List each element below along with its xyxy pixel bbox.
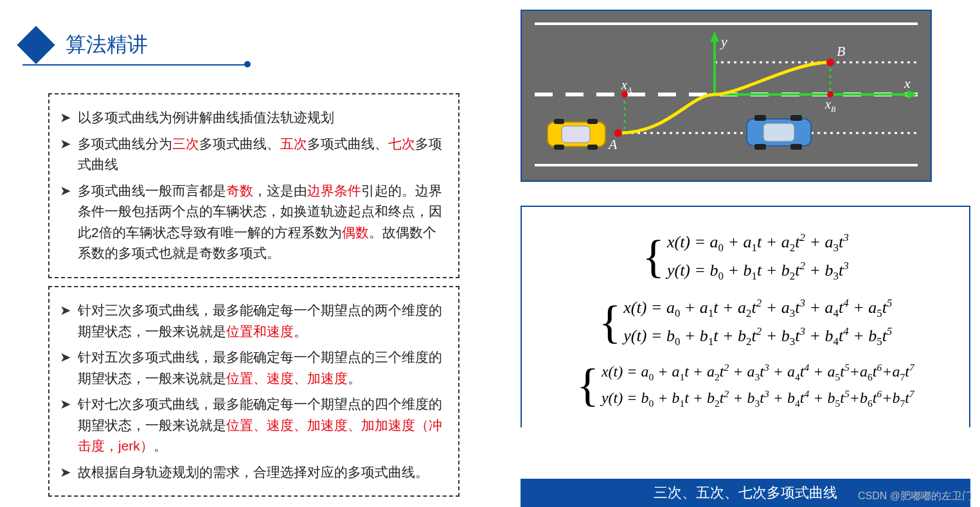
- slide-header: 算法精讲: [22, 31, 148, 59]
- bullet-item: ➤多项式曲线一般而言都是奇数，这是由边界条件引起的。边界条件一般包括两个点的车辆…: [60, 181, 448, 264]
- slide-title: 算法精讲: [66, 31, 148, 59]
- bullet-arrow-icon: ➤: [60, 107, 71, 129]
- title-dot: [244, 61, 251, 67]
- bullet-text: 针对五次多项式曲线，最多能确定每一个期望点的三个维度的期望状态，一般来说就是位置…: [78, 347, 448, 389]
- bullet-arrow-icon: ➤: [60, 462, 71, 483]
- bullet-item: ➤针对三次多项式曲线，最多能确定每一个期望点的两个维度的期望状态，一般来说就是位…: [60, 300, 448, 342]
- bullet-item: ➤针对五次多项式曲线，最多能确定每一个期望点的三个维度的期望状态，一般来说就是位…: [60, 347, 448, 389]
- svg-point-13: [826, 58, 834, 66]
- svg-rect-23: [763, 123, 794, 141]
- bullet-text: 针对七次多项式曲线，最多能确定每一个期望点的四个维度的期望状态，一般来说就是位置…: [78, 394, 448, 457]
- septic-x: x(t) = a0 + a1t + a2t2 + a3t3 + a4t4 + a…: [601, 362, 914, 383]
- equations-panel: { x(t) = a0 + a1t + a2t2 + a3t3 y(t) = b…: [521, 206, 970, 427]
- svg-rect-19: [587, 119, 598, 124]
- bullet-item: ➤以多项式曲线为例讲解曲线插值法轨迹规划: [60, 107, 448, 129]
- content-box-1: ➤以多项式曲线为例讲解曲线插值法轨迹规划➤多项式曲线分为三次多项式曲线、五次多项…: [48, 93, 459, 278]
- bullet-arrow-icon: ➤: [60, 300, 71, 342]
- watermark: CSDN @肥嘟嘟的左卫门: [858, 490, 972, 503]
- svg-rect-25: [790, 115, 802, 121]
- svg-rect-26: [754, 144, 766, 150]
- svg-rect-18: [554, 119, 564, 124]
- label-B: B: [837, 43, 845, 59]
- lane-change-diagram: A B y x xA xB: [521, 10, 932, 182]
- quintic-y: y(t) = b0 + b1t + b2t2 + b3t3 + b4t4 + b…: [623, 325, 892, 348]
- svg-rect-2: [535, 164, 918, 166]
- cubic-x: x(t) = a0 + a1t + a2t2 + a3t3: [667, 231, 849, 254]
- bullet-arrow-icon: ➤: [60, 394, 71, 457]
- svg-rect-24: [754, 115, 766, 121]
- septic-equations: { x(t) = a0 + a1t + a2t2 + a3t3 + a4t4 +…: [528, 359, 963, 412]
- svg-rect-27: [790, 144, 802, 150]
- bullet-text: 多项式曲线一般而言都是奇数，这是由边界条件引起的。边界条件一般包括两个点的车辆状…: [78, 181, 448, 264]
- svg-rect-20: [554, 145, 564, 150]
- bullet-arrow-icon: ➤: [60, 347, 71, 389]
- septic-y: y(t) = b0 + b1t + b2t2 + b3t3 + b4t4 + b…: [601, 388, 914, 409]
- svg-rect-1: [535, 22, 918, 25]
- quintic-x: x(t) = a0 + a1t + a2t2 + a3t3 + a4t4 + a…: [623, 297, 892, 320]
- bullet-text: 以多项式曲线为例讲解曲线插值法轨迹规划: [78, 107, 334, 129]
- label-y: y: [720, 33, 727, 49]
- diamond-icon: [17, 26, 55, 64]
- bullet-text: 故根据自身轨迹规划的需求，合理选择对应的多项式曲线。: [78, 462, 429, 483]
- bullet-item: ➤多项式曲线分为三次多项式曲线、五次多项式曲线、七次多项式曲线: [60, 134, 448, 175]
- bullet-text: 多项式曲线分为三次多项式曲线、五次多项式曲线、七次多项式曲线: [78, 134, 448, 175]
- svg-rect-17: [562, 126, 590, 143]
- bullet-text: 针对三次多项式曲线，最多能确定每一个期望点的两个维度的期望状态，一般来说就是位置…: [78, 300, 448, 342]
- content-box-2: ➤针对三次多项式曲线，最多能确定每一个期望点的两个维度的期望状态，一般来说就是位…: [48, 286, 459, 497]
- label-A: A: [607, 136, 618, 152]
- quintic-equations: { x(t) = a0 + a1t + a2t2 + a3t3 + a4t4 +…: [528, 294, 963, 351]
- bullet-arrow-icon: ➤: [60, 134, 71, 175]
- bullet-arrow-icon: ➤: [60, 181, 71, 264]
- title-underline: [22, 64, 247, 66]
- svg-rect-21: [587, 145, 598, 150]
- label-x: x: [904, 75, 911, 91]
- bullet-item: ➤故根据自身轨迹规划的需求，合理选择对应的多项式曲线。: [60, 462, 448, 483]
- bullet-item: ➤针对七次多项式曲线，最多能确定每一个期望点的四个维度的期望状态，一般来说就是位…: [60, 394, 448, 457]
- cubic-equations: { x(t) = a0 + a1t + a2t2 + a3t3 y(t) = b…: [528, 229, 963, 285]
- cubic-y: y(t) = b0 + b1t + b2t2 + b3t3: [667, 260, 849, 283]
